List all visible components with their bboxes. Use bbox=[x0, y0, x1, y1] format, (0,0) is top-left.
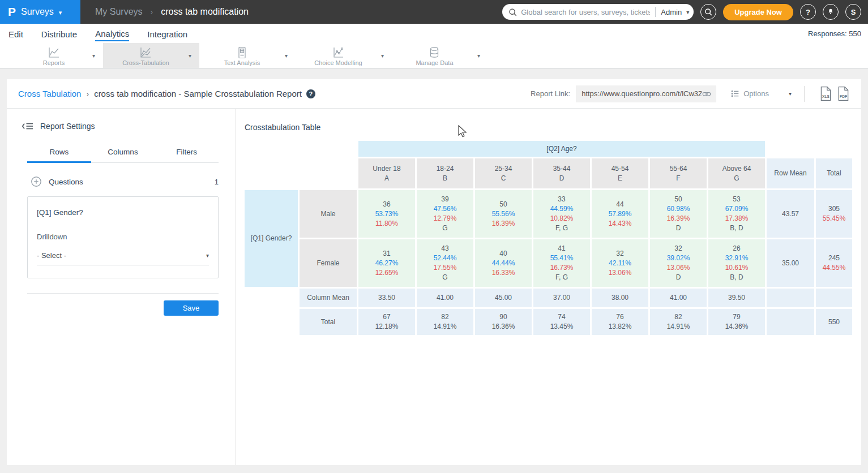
choice-modelling-caret-icon[interactable]: ▾ bbox=[381, 53, 392, 59]
toolbar-manage-data-label: Manage Data bbox=[416, 59, 453, 66]
total-header: Total bbox=[816, 158, 852, 188]
search-button[interactable] bbox=[700, 4, 716, 20]
column-mean-d: 37.00 bbox=[533, 289, 590, 307]
breadcrumb-survey-name: cross tab modification bbox=[161, 7, 249, 17]
blank-cell bbox=[767, 141, 814, 157]
reports-caret-icon[interactable]: ▾ bbox=[92, 53, 103, 59]
data-cell-female-e: 3242.11%13.06% bbox=[592, 239, 648, 287]
crosstab-title: Crosstabulation Table bbox=[245, 123, 861, 132]
search-scope-caret-icon[interactable]: ▾ bbox=[686, 9, 689, 15]
drilldown-select-value: - Select - bbox=[37, 251, 66, 260]
toolbar-reports[interactable]: Reports ▾ bbox=[15, 43, 103, 68]
row-mean-female: 35.00 bbox=[767, 239, 814, 287]
questions-count-badge: 1 bbox=[215, 178, 219, 186]
options-caret-icon: ▾ bbox=[789, 91, 792, 97]
data-cell-female-g: 2632.91%10.61%B, D bbox=[708, 239, 765, 287]
export-pdf-button[interactable]: PDF bbox=[837, 86, 850, 101]
nav-edit[interactable]: Edit bbox=[8, 26, 23, 41]
toolbar-manage-data[interactable]: Manage Data ▾ bbox=[392, 43, 488, 68]
drilldown-select[interactable]: - Select - ▾ bbox=[37, 251, 209, 265]
cross-tabulation-chart-icon bbox=[139, 46, 152, 59]
crosstab-area: Crosstabulation Table [Q2] Age? Under 18… bbox=[236, 109, 861, 465]
notifications-button[interactable] bbox=[823, 4, 839, 20]
topbar-breadcrumb: My Surveys › cross tab modification bbox=[80, 0, 502, 24]
row-group-header: [Q1] Gender? bbox=[245, 190, 298, 287]
report-help-icon[interactable]: ? bbox=[306, 89, 315, 98]
questions-label: Questions bbox=[49, 178, 83, 186]
data-cell-male-e: 4457.89%14.43% bbox=[592, 190, 648, 238]
global-search[interactable]: Admin ▾ bbox=[502, 4, 694, 20]
report-title: cross tab modification - Sample Crosstab… bbox=[94, 89, 302, 98]
report-actions: Report Link: Options ▾ XLS PDF bbox=[531, 85, 850, 102]
user-avatar[interactable]: S bbox=[845, 4, 861, 20]
data-cell-male-d: 3344.59%10.82%F, G bbox=[533, 190, 590, 238]
toolbar-reports-label: Reports bbox=[43, 59, 65, 66]
col-header-55-64: 55-64F bbox=[650, 158, 707, 188]
nav-integration[interactable]: Integration bbox=[147, 26, 187, 41]
col-header-above-64: Above 64G bbox=[708, 158, 765, 188]
report-breadcrumb-separator: › bbox=[86, 89, 89, 98]
upgrade-now-button[interactable]: Upgrade Now bbox=[723, 4, 793, 20]
drilldown-caret-icon: ▾ bbox=[206, 252, 209, 259]
total-d: 7413.45% bbox=[533, 309, 590, 335]
report-link-input[interactable] bbox=[581, 89, 702, 98]
report-link-field[interactable] bbox=[576, 85, 716, 102]
data-cell-male-g: 5367.09%17.38%B, D bbox=[708, 190, 765, 238]
manage-data-caret-icon[interactable]: ▾ bbox=[477, 53, 488, 59]
text-analysis-icon bbox=[235, 46, 249, 59]
text-analysis-caret-icon[interactable]: ▾ bbox=[285, 53, 296, 59]
crosstab-table: [Q2] Age? Under 18A 18-24B 25-34C 35-44D… bbox=[245, 141, 852, 335]
total-g: 7914.36% bbox=[708, 309, 765, 335]
search-scope-label[interactable]: Admin bbox=[661, 8, 682, 16]
toolbar-choice-modelling[interactable]: Choice Modelling ▾ bbox=[296, 43, 392, 68]
column-mean-b: 41.00 bbox=[417, 289, 473, 307]
blank-cell bbox=[300, 158, 357, 188]
responses-count[interactable]: Responses: 550 bbox=[808, 29, 861, 38]
total-male: 30555.45% bbox=[816, 190, 852, 238]
link-icon[interactable] bbox=[702, 89, 712, 98]
total-row-empty bbox=[767, 309, 814, 335]
search-input[interactable] bbox=[521, 8, 650, 16]
blank-cell bbox=[245, 309, 298, 335]
toolbar-cross-tabulation[interactable]: Cross-Tabulation ▾ bbox=[103, 43, 199, 68]
cross-tabulation-caret-icon[interactable]: ▾ bbox=[189, 53, 199, 59]
export-xls-button[interactable]: XLS bbox=[819, 86, 832, 101]
topbar-actions: Admin ▾ Upgrade Now ? S bbox=[502, 0, 868, 24]
options-menu[interactable]: Options ▾ bbox=[731, 89, 792, 98]
blank-cell bbox=[245, 289, 298, 307]
nav-analytics[interactable]: Analytics bbox=[95, 25, 129, 41]
data-cell-male-c: 5055.56%16.39% bbox=[475, 190, 532, 238]
manage-data-database-icon bbox=[427, 46, 441, 59]
help-button[interactable]: ? bbox=[800, 4, 816, 20]
data-cell-male-f: 5060.98%16.39%D bbox=[650, 190, 707, 238]
col-header-45-54: 45-54E bbox=[592, 158, 648, 188]
save-button[interactable]: Save bbox=[164, 300, 219, 316]
svg-text:PDF: PDF bbox=[840, 94, 847, 98]
data-cell-female-f: 3239.02%13.06%D bbox=[650, 239, 707, 287]
row-label-male: Male bbox=[300, 190, 357, 238]
tab-rows[interactable]: Rows bbox=[27, 143, 91, 163]
questionpro-logo: P bbox=[8, 5, 16, 19]
toolbar-text-analysis-label: Text Analysis bbox=[224, 59, 260, 66]
nav-distribute[interactable]: Distribute bbox=[41, 26, 77, 41]
product-switcher[interactable]: P Surveys ▾ bbox=[0, 0, 80, 24]
blank-cell bbox=[245, 141, 357, 157]
total-a: 6712.18% bbox=[358, 309, 415, 335]
drilldown-label: Drilldown bbox=[37, 233, 209, 241]
report-header: Cross Tabulation › cross tab modificatio… bbox=[7, 79, 861, 109]
total-f: 8214.91% bbox=[650, 309, 707, 335]
breadcrumb-my-surveys[interactable]: My Surveys bbox=[95, 7, 143, 17]
column-mean-g: 39.50 bbox=[708, 289, 765, 307]
data-cell-male-b: 3947.56%12.79%G bbox=[417, 190, 473, 238]
content-card: Cross Tabulation › cross tab modificatio… bbox=[7, 79, 861, 465]
total-female: 24544.55% bbox=[816, 239, 852, 287]
collapse-panel-icon[interactable] bbox=[22, 122, 34, 131]
tab-filters[interactable]: Filters bbox=[155, 143, 219, 162]
column-mean-c: 45.00 bbox=[475, 289, 532, 307]
tab-columns[interactable]: Columns bbox=[91, 143, 155, 162]
total-c: 9016.36% bbox=[475, 309, 532, 335]
row-mean-male: 43.57 bbox=[767, 190, 814, 238]
add-question-icon[interactable] bbox=[31, 176, 42, 187]
cross-tabulation-link[interactable]: Cross Tabulation bbox=[18, 89, 81, 98]
toolbar-text-analysis[interactable]: Text Analysis ▾ bbox=[199, 43, 296, 68]
